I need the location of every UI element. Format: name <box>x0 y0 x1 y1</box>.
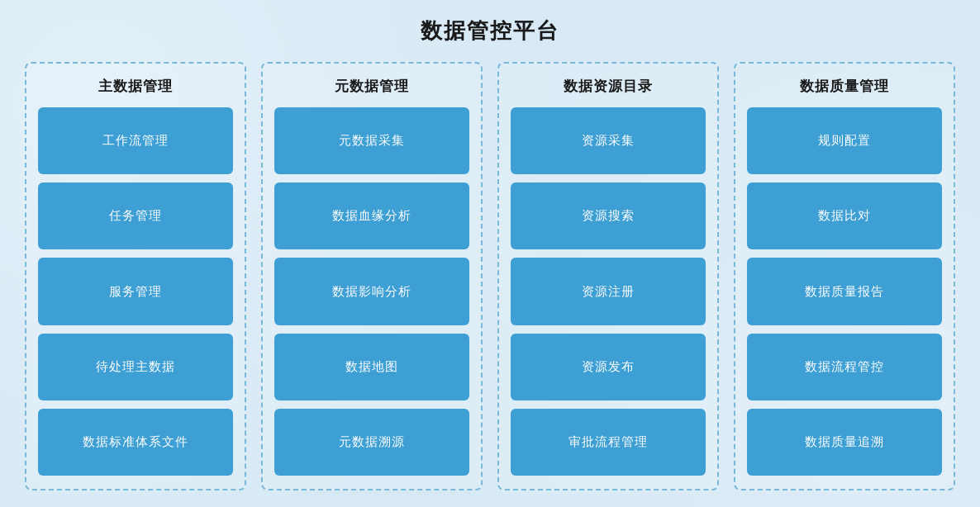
column-master-data: 主数据管理工作流管理任务管理服务管理待处理主数据数据标准体系文件 <box>25 62 246 490</box>
column-title-data-quality: 数据质量管理 <box>747 77 942 96</box>
menu-item-data-catalog-4[interactable]: 审批流程管理 <box>511 409 706 476</box>
column-data-catalog: 数据资源目录资源采集资源搜索资源注册资源发布审批流程管理 <box>497 62 719 490</box>
menu-item-master-data-0[interactable]: 工作流管理 <box>38 107 233 174</box>
menu-item-data-quality-3[interactable]: 数据流程管控 <box>747 334 942 400</box>
menu-item-data-quality-2[interactable]: 数据质量报告 <box>747 258 942 325</box>
menu-item-master-data-2[interactable]: 服务管理 <box>38 258 233 325</box>
menu-item-data-catalog-3[interactable]: 资源发布 <box>511 334 706 400</box>
column-meta-data: 元数据管理元数据采集数据血缘分析数据影响分析数据地图元数据溯源 <box>261 62 483 490</box>
column-title-data-catalog: 数据资源目录 <box>511 77 706 96</box>
menu-item-meta-data-2[interactable]: 数据影响分析 <box>274 258 469 325</box>
column-data-quality: 数据质量管理规则配置数据比对数据质量报告数据流程管控数据质量追溯 <box>734 62 955 490</box>
menu-item-data-catalog-2[interactable]: 资源注册 <box>511 258 706 325</box>
column-title-meta-data: 元数据管理 <box>274 77 469 96</box>
menu-item-master-data-3[interactable]: 待处理主数据 <box>38 334 233 400</box>
menu-item-meta-data-1[interactable]: 数据血缘分析 <box>274 182 469 249</box>
menu-item-meta-data-0[interactable]: 元数据采集 <box>274 107 469 174</box>
page-title: 数据管控平台 <box>421 17 559 45</box>
menu-item-meta-data-4[interactable]: 元数据溯源 <box>274 409 469 476</box>
menu-item-data-quality-4[interactable]: 数据质量追溯 <box>747 409 942 476</box>
column-title-master-data: 主数据管理 <box>38 77 233 96</box>
menu-item-data-catalog-1[interactable]: 资源搜索 <box>511 182 706 249</box>
menu-item-meta-data-3[interactable]: 数据地图 <box>274 334 469 400</box>
menu-item-data-quality-1[interactable]: 数据比对 <box>747 182 942 249</box>
menu-item-master-data-1[interactable]: 任务管理 <box>38 182 233 249</box>
columns-container: 主数据管理工作流管理任务管理服务管理待处理主数据数据标准体系文件元数据管理元数据… <box>25 62 955 490</box>
menu-item-data-catalog-0[interactable]: 资源采集 <box>511 107 706 174</box>
menu-item-master-data-4[interactable]: 数据标准体系文件 <box>38 409 233 476</box>
menu-item-data-quality-0[interactable]: 规则配置 <box>747 107 942 174</box>
